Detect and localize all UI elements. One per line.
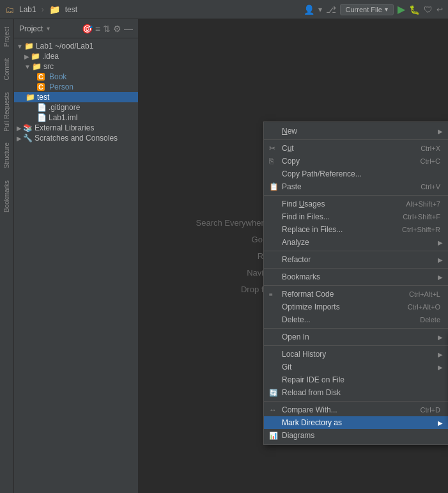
menu-item-replace-files[interactable]: Replace in Files... Ctrl+Shift+R: [264, 223, 448, 236]
menu-item-new[interactable]: New: [264, 125, 448, 137]
menu-label: Bookmarks: [282, 272, 440, 281]
shortcut: Ctrl+X: [421, 145, 440, 152]
menu-item-reformat[interactable]: ≡ Reformat Code Ctrl+Alt+L: [264, 288, 448, 301]
shortcut: Ctrl+Alt+O: [408, 303, 440, 311]
file-icon: 📄: [37, 113, 47, 122]
titlebar-separator: ›: [42, 5, 44, 14]
menu-separator: [264, 401, 448, 402]
tree-item-scratches[interactable]: ▶ 🔧 Scratches and Consoles: [14, 133, 138, 143]
menu-item-diagrams[interactable]: 📊 Diagrams: [264, 429, 448, 442]
menu-label: Repair IDE on File: [282, 375, 440, 384]
shortcut: Ctrl+C: [421, 157, 440, 165]
menu-label: Find Usages: [282, 200, 398, 208]
arrow-icon: ▶: [24, 53, 29, 60]
menu-label: New: [282, 127, 440, 136]
menu-separator: [264, 328, 448, 329]
menu-item-reload[interactable]: 🔄 Reload from Disk: [264, 386, 448, 399]
sidebar-item-commit[interactable]: Commit: [2, 53, 12, 85]
user-icon: 👤: [304, 4, 314, 15]
reformat-icon: ≡: [269, 291, 273, 298]
menu-item-open-in[interactable]: Open In: [264, 331, 448, 343]
shortcut: Ctrl+Shift+R: [402, 226, 440, 233]
menu-label: Compare With...: [282, 405, 413, 414]
tree-label: Lab1 ~/ood/Lab1: [36, 42, 93, 51]
menu-label: Delete...: [282, 315, 412, 324]
tree-item-iml[interactable]: 📄 Lab1.iml: [14, 113, 138, 123]
menu-item-mark-directory[interactable]: Mark Directory as: [264, 416, 448, 429]
shortcut: Ctrl+Alt+L: [409, 290, 440, 298]
panel-icons: 🎯 ≡ ⇅ ⚙ —: [82, 24, 133, 34]
menu-item-bookmarks[interactable]: Bookmarks: [264, 270, 448, 283]
tree-item-src[interactable]: ▼ 📁 src: [14, 61, 138, 72]
sidebar-item-bookmarks[interactable]: Bookmarks: [2, 175, 12, 217]
menu-item-compare[interactable]: ↔ Compare With... Ctrl+D: [264, 403, 448, 416]
locate-icon[interactable]: 🎯: [82, 24, 93, 34]
sidebar-item-structure[interactable]: Structure: [2, 137, 12, 174]
settings-icon[interactable]: ⚙: [113, 24, 121, 34]
titlebar-right: 👤 ▾ ⎇ Current File ▾ ▶ 🐛 🛡 ↩: [304, 3, 443, 15]
debug-icon[interactable]: 🐛: [409, 4, 420, 15]
menu-label: Local History: [282, 350, 440, 359]
panel-title: Project: [19, 24, 43, 33]
main-layout: Project Commit Pull Requests Structure B…: [0, 19, 448, 493]
menu-label: Copy Path/Reference...: [282, 169, 440, 178]
folder-icon: 📁: [24, 42, 34, 51]
tree-item-book[interactable]: C Book: [14, 72, 138, 82]
sidebar-item-pull-requests[interactable]: Pull Requests: [2, 87, 12, 137]
sidebar-item-project[interactable]: Project: [2, 22, 12, 52]
menu-label: Git: [282, 363, 440, 372]
tree-label: .idea: [42, 52, 59, 61]
tree-item-lab1[interactable]: ▼ 📁 Lab1 ~/ood/Lab1: [14, 41, 138, 51]
run-config-dropdown[interactable]: Current File ▾: [340, 4, 394, 15]
menu-item-refactor[interactable]: Refactor: [264, 253, 448, 266]
expand-icon[interactable]: ≡: [95, 24, 100, 34]
menu-item-local-history[interactable]: Local History: [264, 348, 448, 361]
dropdown-icon: ▾: [385, 6, 388, 13]
tree-label: Book: [49, 72, 66, 81]
undo-icon[interactable]: ↩: [436, 5, 443, 14]
menu-item-copy[interactable]: ⎘ Copy Ctrl+C: [264, 155, 448, 168]
menu-item-git[interactable]: Git: [264, 361, 448, 373]
run-config-label: Current File: [346, 6, 382, 13]
tree-item-idea[interactable]: ▶ 📁 .idea: [14, 51, 138, 61]
cut-icon: ✂: [269, 144, 275, 153]
tree-item-ext-libs[interactable]: ▶ 📚 External Libraries: [14, 123, 138, 133]
tree-item-person[interactable]: C Person: [14, 82, 138, 92]
arrow-icon: ▶: [17, 125, 22, 132]
menu-label: Optimize Imports: [282, 302, 400, 311]
shortcut: Delete: [420, 316, 440, 324]
menu-item-paste[interactable]: 📋 Paste Ctrl+V: [264, 180, 448, 193]
menu-item-find-files[interactable]: Find in Files... Ctrl+Shift+F: [264, 210, 448, 223]
tree-label: src: [43, 62, 54, 71]
close-icon[interactable]: —: [124, 24, 133, 34]
tree-item-gitignore[interactable]: 📄 .gitignore: [14, 102, 138, 113]
tree-label: Person: [49, 82, 73, 91]
coverage-icon[interactable]: 🛡: [424, 4, 433, 15]
menu-item-find-usages[interactable]: Find Usages Alt+Shift+7: [264, 198, 448, 210]
menu-label: Refactor: [282, 255, 440, 264]
menu-item-repair-ide[interactable]: Repair IDE on File: [264, 373, 448, 386]
tree-item-test[interactable]: 📁 test: [14, 92, 138, 102]
folder-icon: 📁: [31, 52, 40, 61]
project-panel: Project ▾ 🎯 ≡ ⇅ ⚙ — ▼ 📁 Lab1 ~/ood/Lab1 …: [14, 19, 139, 493]
menu-item-analyze[interactable]: Analyze: [264, 236, 448, 249]
run-icon[interactable]: ▶: [398, 3, 405, 15]
folder-icon: 📁: [32, 62, 42, 71]
sort-icon[interactable]: ⇅: [103, 24, 111, 34]
menu-item-optimize-imports[interactable]: Optimize Imports Ctrl+Alt+O: [264, 301, 448, 313]
dropdown-arrow: ▾: [47, 25, 50, 32]
tree-label: Lab1.iml: [49, 113, 77, 122]
tree-label: Scratches and Consoles: [35, 134, 118, 143]
arrow-icon: ▶: [17, 135, 22, 142]
menu-separator: [264, 268, 448, 269]
tree-label: External Libraries: [35, 123, 94, 132]
menu-item-delete[interactable]: Delete... Delete: [264, 313, 448, 326]
menu-item-copy-path[interactable]: Copy Path/Reference...: [264, 168, 448, 180]
menu-item-cut[interactable]: ✂ Cut Ctrl+X: [264, 142, 448, 155]
menu-label: Replace in Files...: [282, 225, 394, 234]
shortcut: Ctrl+D: [421, 406, 440, 414]
menu-label: Analyze: [282, 238, 440, 247]
menu-separator: [264, 285, 448, 286]
menu-label: Find in Files...: [282, 212, 395, 221]
file-icon: 📄: [37, 103, 47, 112]
